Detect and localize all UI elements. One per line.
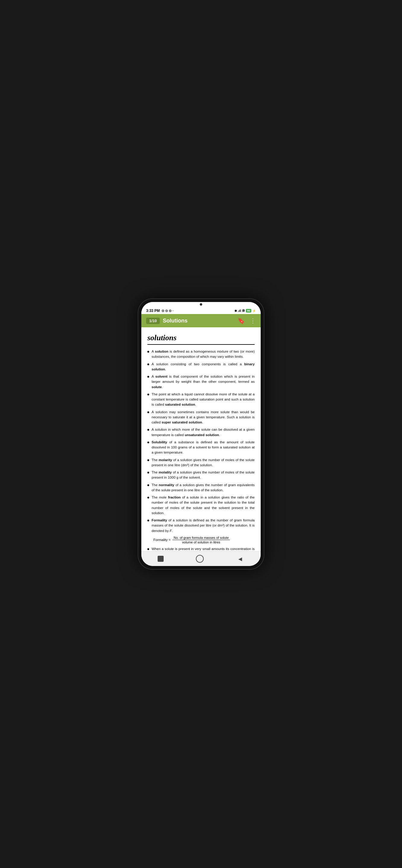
bullet-dot xyxy=(147,411,149,413)
list-item: The mole fraction of a solute in a solut… xyxy=(147,495,255,516)
formality-formula: Formality = No. of gram formula masses o… xyxy=(153,536,255,544)
notification-icons: ⊙ ⊙ ⊙ · xyxy=(161,309,173,313)
menu-icon[interactable]: ⋮ xyxy=(250,317,256,324)
content-area[interactable]: solutions A solution is defined as a hom… xyxy=(141,327,261,551)
status-left: 3:33 PM ⊙ ⊙ ⊙ · xyxy=(146,309,174,313)
bullet-dot xyxy=(147,441,149,443)
list-item: Solubility of a substance is defined as … xyxy=(147,440,255,456)
bullet-dot xyxy=(147,351,149,352)
bullet-list-page1: A solution is defined as a homogeneous m… xyxy=(147,349,255,533)
bullet-dot xyxy=(147,394,149,396)
list-text: A solution in which more of the solute c… xyxy=(152,427,255,438)
nav-home-button[interactable] xyxy=(196,555,204,563)
phone-screen: 3:33 PM ⊙ ⊙ ⊙ · ✱ .ıll 奈 96 ⚡ 1/10 Solut… xyxy=(141,302,261,566)
bullet-dot xyxy=(147,376,149,378)
bullet-dot xyxy=(147,429,149,431)
list-text: A solution may sometimes contains more s… xyxy=(152,410,255,425)
bullet-dot xyxy=(147,472,149,473)
bookmark-icon[interactable]: 🔖 xyxy=(238,317,245,324)
bullet-dot xyxy=(147,548,149,550)
formality-label: Formality = xyxy=(153,538,171,541)
list-text: A solvent is that component of the solut… xyxy=(152,374,255,390)
list-text: The molarity of a solution gives the num… xyxy=(152,458,255,468)
formality-formula-line: Formality = No. of gram formula masses o… xyxy=(153,536,255,544)
bluetooth-icon: ✱ xyxy=(235,309,237,313)
list-text: The point at which a liquid cannot disso… xyxy=(152,392,255,407)
list-text: Formality of a solution is defined as th… xyxy=(152,518,255,533)
list-text: The molality of a solution gives the num… xyxy=(152,470,255,480)
list-item: A solvent is that component of the solut… xyxy=(147,374,255,390)
bullet-dot xyxy=(147,484,149,486)
camera xyxy=(200,303,202,306)
status-time: 3:33 PM xyxy=(146,309,160,313)
status-right: ✱ .ıll 奈 96 ⚡ xyxy=(235,309,256,313)
signal-icon: .ıll xyxy=(238,309,241,313)
charging-icon: ⚡ xyxy=(252,309,256,313)
nav-square-button[interactable] xyxy=(158,556,164,562)
header-title: Solutions xyxy=(163,318,187,324)
list-text: The normality of a solution gives the nu… xyxy=(152,483,255,493)
list-item: A solution is defined as a homogeneous m… xyxy=(147,349,255,360)
bullet-dot xyxy=(147,459,149,461)
formality-denominator: volume of solution in litres xyxy=(181,540,221,544)
formality-fraction: No. of gram formula masses of solute vol… xyxy=(173,536,230,544)
list-text: When a solute is present in very small a… xyxy=(152,547,255,551)
list-item: The normality of a solution gives the nu… xyxy=(147,483,255,493)
list-item: The point at which a liquid cannot disso… xyxy=(147,392,255,407)
list-text: A solution is defined as a homogeneous m… xyxy=(152,349,255,360)
battery-indicator: 96 xyxy=(246,309,251,313)
list-item: Formality of a solution is defined as th… xyxy=(147,518,255,533)
list-item: A solution may sometimes contains more s… xyxy=(147,410,255,425)
bullet-dot xyxy=(147,520,149,521)
status-bar: 3:33 PM ⊙ ⊙ ⊙ · ✱ .ıll 奈 96 ⚡ xyxy=(141,306,261,314)
nav-back-button[interactable]: ◀ xyxy=(236,555,244,563)
formality-numerator: No. of gram formula masses of solute xyxy=(173,536,230,540)
bullet-dot xyxy=(147,497,149,498)
nav-bar: ◀ xyxy=(141,551,261,566)
list-item: The molality of a solution gives the num… xyxy=(147,470,255,480)
bullet-dot xyxy=(147,364,149,365)
title-underline xyxy=(147,344,255,345)
list-item: The molarity of a solution gives the num… xyxy=(147,458,255,468)
list-text: Solubility of a substance is defined as … xyxy=(152,440,255,456)
list-item: A solution in which more of the solute c… xyxy=(147,427,255,438)
header-left: 1/10 Solutions xyxy=(146,318,187,324)
list-text: A solution consisting of two components … xyxy=(152,362,255,372)
list-text: The mole fraction of a solute in a solut… xyxy=(152,495,255,516)
page-title: solutions xyxy=(147,333,255,342)
header-right: 🔖 ⋮ xyxy=(238,317,256,324)
wifi-icon: 奈 xyxy=(242,309,245,313)
page1-section: solutions A solution is defined as a hom… xyxy=(141,327,261,551)
list-item: When a solute is present in very small a… xyxy=(147,547,255,551)
ppm-bullet-list: When a solute is present in very small a… xyxy=(147,547,255,551)
page-badge: 1/10 xyxy=(146,318,160,324)
app-header: 1/10 Solutions 🔖 ⋮ xyxy=(141,314,261,327)
phone-frame: 3:33 PM ⊙ ⊙ ⊙ · ✱ .ıll 奈 96 ⚡ 1/10 Solut… xyxy=(138,299,264,569)
notch xyxy=(141,302,261,306)
list-item: A solution consisting of two components … xyxy=(147,362,255,372)
